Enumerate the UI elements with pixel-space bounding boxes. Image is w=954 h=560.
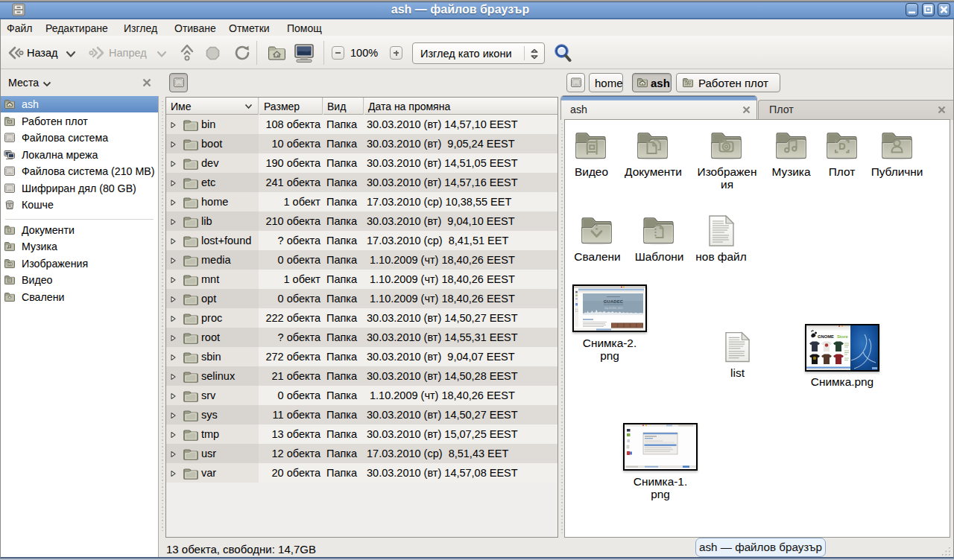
svg-text:July 24-30th, 2010: July 24-30th, 2010 [604, 307, 623, 310]
svg-text:GNOME: GNOME [818, 334, 834, 339]
svg-text:Store: Store [837, 334, 849, 339]
svg-text:GUADEC: GUADEC [604, 299, 624, 304]
